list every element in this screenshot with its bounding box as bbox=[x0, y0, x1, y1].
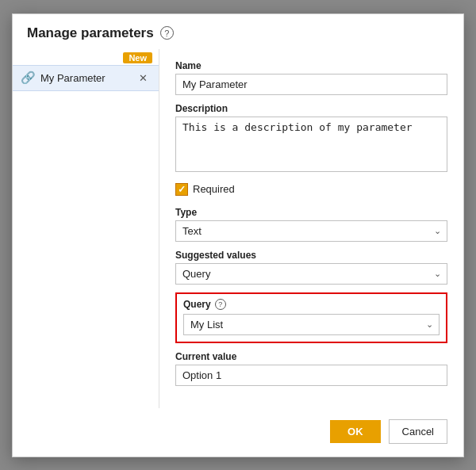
query-help-icon[interactable]: ? bbox=[215, 299, 226, 310]
query-section: Query ? My List ⌄ bbox=[175, 292, 447, 343]
name-input[interactable] bbox=[175, 74, 447, 95]
dialog-header: Manage parameters ? bbox=[13, 14, 463, 49]
required-checkbox[interactable]: ✓ bbox=[175, 183, 188, 196]
type-label: Type bbox=[175, 207, 447, 218]
required-label: Required bbox=[193, 183, 235, 195]
suggested-label: Suggested values bbox=[175, 250, 447, 261]
checkmark-icon: ✓ bbox=[178, 185, 186, 194]
dialog-title: Manage parameters bbox=[27, 25, 154, 41]
suggested-select[interactable]: Any value List of values Query bbox=[175, 263, 447, 285]
new-badge-row: New bbox=[13, 49, 159, 65]
ok-button[interactable]: OK bbox=[330, 420, 381, 443]
query-label-row: Query ? bbox=[183, 299, 440, 310]
query-select-wrapper: My List ⌄ bbox=[183, 314, 440, 335]
name-field-group: Name bbox=[175, 60, 447, 95]
current-value-input[interactable] bbox=[175, 365, 447, 386]
type-field-group: Type Text Number Decimal Number Date/Tim… bbox=[175, 207, 447, 242]
required-row: ✓ Required bbox=[175, 183, 447, 196]
help-icon[interactable]: ? bbox=[160, 26, 174, 40]
description-field-group: Description This is a description of my … bbox=[175, 103, 447, 172]
type-select-wrapper: Text Number Decimal Number Date/Time Dat… bbox=[175, 220, 447, 242]
description-label: Description bbox=[175, 103, 447, 114]
name-label: Name bbox=[175, 60, 447, 71]
param-list-item[interactable]: 🔗 My Parameter ✕ bbox=[13, 65, 159, 91]
param-item-left: 🔗 My Parameter bbox=[21, 71, 106, 85]
dialog-footer: OK Cancel bbox=[13, 408, 463, 457]
right-panel: Name Description This is a description o… bbox=[159, 49, 463, 408]
new-badge: New bbox=[123, 52, 152, 63]
query-select[interactable]: My List bbox=[183, 314, 440, 335]
suggested-select-wrapper: Any value List of values Query ⌄ bbox=[175, 263, 447, 285]
query-label: Query bbox=[183, 299, 211, 310]
current-value-label: Current value bbox=[175, 351, 447, 362]
type-select[interactable]: Text Number Decimal Number Date/Time Dat… bbox=[175, 220, 447, 242]
param-name: My Parameter bbox=[40, 72, 106, 84]
param-icon: 🔗 bbox=[21, 71, 36, 85]
left-panel: New 🔗 My Parameter ✕ bbox=[13, 49, 159, 408]
dialog-body: New 🔗 My Parameter ✕ Name Description Th… bbox=[13, 49, 463, 408]
suggested-field-group: Suggested values Any value List of value… bbox=[175, 250, 447, 285]
description-textarea[interactable]: This is a description of my parameter bbox=[175, 117, 447, 172]
manage-parameters-dialog: Manage parameters ? New 🔗 My Parameter ✕… bbox=[12, 13, 464, 457]
cancel-button[interactable]: Cancel bbox=[389, 419, 447, 444]
param-close-icon[interactable]: ✕ bbox=[136, 71, 151, 86]
current-value-field-group: Current value bbox=[175, 351, 447, 386]
